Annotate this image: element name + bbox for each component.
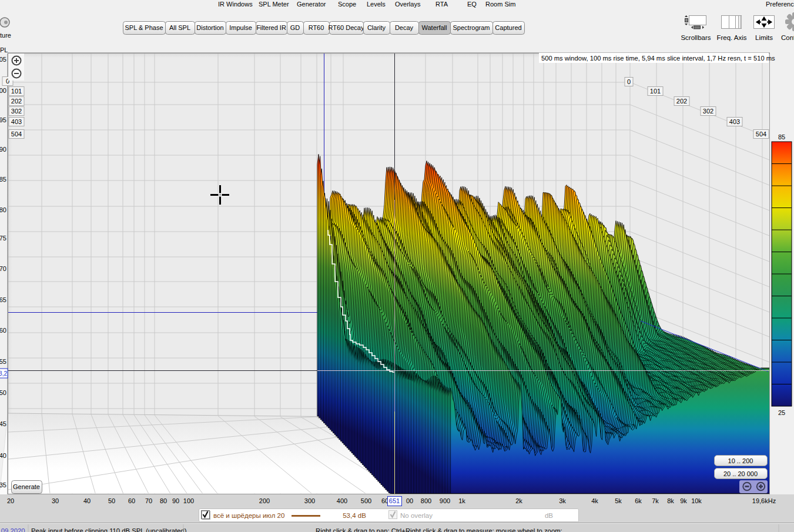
svg-text:0: 0 (627, 78, 631, 85)
svg-text:504: 504 (756, 131, 766, 138)
svg-text:ture: ture (0, 32, 11, 39)
svg-text:30: 30 (52, 497, 59, 504)
svg-text:53,4 dB: 53,4 dB (343, 512, 366, 519)
svg-text:Scope: Scope (338, 1, 356, 8)
svg-text:Impulse: Impulse (229, 24, 252, 31)
svg-text:RTA: RTA (435, 1, 448, 8)
svg-text:RT60: RT60 (309, 24, 324, 31)
svg-text:70: 70 (145, 497, 152, 504)
svg-text:Captured: Captured (495, 24, 521, 31)
svg-text:Waterfall: Waterfall (422, 24, 447, 31)
svg-text:900: 900 (440, 497, 450, 504)
svg-text:40: 40 (0, 452, 6, 459)
svg-text:19.09.2020: 19.09.2020 (0, 527, 25, 532)
svg-text:GD: GD (290, 24, 300, 31)
svg-text:1k: 1k (458, 497, 465, 504)
svg-text:85: 85 (778, 133, 785, 140)
svg-text:300: 300 (304, 497, 315, 504)
svg-text:Generator: Generator (297, 1, 326, 8)
svg-text:101: 101 (650, 88, 661, 95)
svg-text:RT60 Decay: RT60 Decay (329, 24, 364, 31)
svg-text:EQ: EQ (467, 1, 477, 8)
svg-text:200: 200 (259, 497, 270, 504)
svg-text:800: 800 (421, 497, 431, 504)
svg-text:504: 504 (11, 131, 22, 138)
svg-text:45: 45 (0, 420, 6, 427)
svg-text:651: 651 (389, 497, 400, 504)
svg-text:5k: 5k (615, 497, 622, 504)
svg-text:202: 202 (11, 98, 22, 105)
svg-text:IR Windows: IR Windows (218, 1, 253, 8)
svg-text:60: 60 (128, 497, 135, 504)
svg-text:Decay: Decay (395, 24, 414, 31)
svg-text:75: 75 (0, 235, 6, 242)
svg-text:10k: 10k (691, 497, 702, 504)
svg-text:00: 00 (0, 87, 6, 94)
svg-text:500: 500 (361, 497, 371, 504)
svg-text:500 ms window, 100 ms rise tim: 500 ms window, 100 ms rise time, 5,94 ms… (541, 55, 775, 62)
svg-text:101: 101 (11, 88, 22, 95)
svg-text:Levels: Levels (367, 1, 386, 8)
svg-text:40: 40 (83, 497, 91, 504)
svg-text:SPL Meter: SPL Meter (259, 1, 289, 8)
svg-text:Room Sim: Room Sim (485, 1, 515, 8)
svg-text:Peak input before clipping 110: Peak input before clipping 110 dB SPL (u… (31, 527, 187, 532)
svg-text:No overlay: No overlay (400, 512, 433, 519)
svg-text:80: 80 (0, 206, 6, 213)
svg-text:Overlays: Overlays (395, 1, 421, 8)
svg-text:Preferences: Preferences (766, 1, 794, 8)
svg-text:Clarity: Clarity (367, 24, 386, 31)
svg-text:Filtered IR: Filtered IR (256, 24, 286, 31)
svg-text:Confi: Confi (781, 34, 794, 41)
svg-text:00: 00 (406, 497, 413, 504)
svg-text:Spectrogram: Spectrogram (453, 24, 490, 31)
svg-text:10 .. 200: 10 .. 200 (728, 457, 753, 464)
svg-text:19,6kHz: 19,6kHz (752, 497, 776, 504)
svg-text:25: 25 (778, 409, 785, 416)
svg-text:20 .. 20 000: 20 .. 20 000 (723, 470, 758, 477)
svg-text:55: 55 (0, 358, 6, 365)
svg-text:403: 403 (11, 118, 22, 125)
svg-text:65: 65 (0, 296, 6, 303)
svg-text:Scrollbars: Scrollbars (681, 34, 711, 41)
svg-text:70: 70 (0, 265, 6, 272)
svg-text:3k: 3k (559, 497, 566, 504)
svg-text:80: 80 (160, 497, 167, 504)
svg-text:9k: 9k (680, 497, 687, 504)
svg-text:05: 05 (0, 56, 6, 63)
svg-text:SPL & Phase: SPL & Phase (125, 24, 163, 31)
svg-text:4k: 4k (591, 497, 598, 504)
svg-text:90: 90 (0, 146, 6, 153)
svg-text:6k: 6k (635, 497, 642, 504)
svg-text:95: 95 (0, 116, 6, 123)
svg-text:dB: dB (545, 512, 553, 519)
svg-text:3,2: 3,2 (0, 370, 7, 377)
svg-text:8k: 8k (667, 497, 674, 504)
svg-text:7k: 7k (652, 497, 659, 504)
svg-text:60: 60 (0, 327, 6, 334)
svg-text:85: 85 (0, 176, 6, 183)
svg-text:All SPL: All SPL (169, 24, 190, 31)
svg-text:202: 202 (676, 98, 687, 105)
svg-text:2k: 2k (515, 497, 522, 504)
svg-text:Generate: Generate (13, 483, 40, 490)
svg-text:400: 400 (337, 497, 347, 504)
svg-text:302: 302 (703, 108, 713, 115)
svg-text:всё и шрёдеры июл 20: всё и шрёдеры июл 20 (213, 512, 284, 519)
svg-text:PL: PL (0, 46, 8, 53)
svg-text:50: 50 (108, 497, 115, 504)
svg-text:Limits: Limits (755, 34, 773, 41)
svg-text:403: 403 (729, 118, 740, 125)
svg-text:Right click & drag to pan; Ctr: Right click & drag to pan; Ctrl+Right cl… (316, 527, 562, 532)
svg-text:90: 90 (172, 497, 179, 504)
svg-text:20: 20 (7, 497, 14, 504)
svg-text:Distortion: Distortion (196, 24, 223, 31)
svg-text:35: 35 (0, 481, 6, 488)
svg-text:100: 100 (183, 497, 194, 504)
svg-text:302: 302 (11, 108, 22, 115)
svg-text:Freq. Axis: Freq. Axis (716, 34, 746, 41)
svg-text:50: 50 (0, 389, 6, 396)
